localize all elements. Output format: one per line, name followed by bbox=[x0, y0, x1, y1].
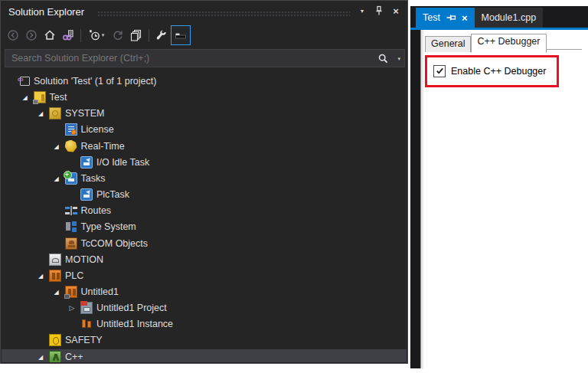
tab-module1-cpp[interactable]: Module1.cpp bbox=[475, 8, 544, 28]
tree-item-safety[interactable]: SAFETY bbox=[2, 332, 407, 348]
plc-instance-icon bbox=[80, 318, 93, 330]
expand-arrow[interactable]: ◢ bbox=[51, 284, 62, 300]
title-drag-texture bbox=[97, 11, 350, 18]
tree-item-untitled1[interactable]: ◢Untitled1 bbox=[2, 284, 407, 300]
tree-item-label: Routes bbox=[81, 203, 112, 219]
tc-project-icon bbox=[34, 91, 46, 103]
tab-label: Module1.cpp bbox=[482, 12, 537, 23]
tree-item-label: Real-Time bbox=[81, 139, 125, 155]
tree-item-label: SYSTEM bbox=[65, 106, 104, 122]
tree-item-label: MOTION bbox=[65, 252, 103, 268]
tree-item-system[interactable]: ◢SYSTEM bbox=[2, 106, 407, 122]
tree-item-label: PLC bbox=[65, 268, 83, 284]
toolbar-separator bbox=[80, 29, 81, 42]
plc-icon bbox=[49, 270, 61, 282]
task-icon bbox=[80, 188, 93, 201]
tree-item-plc[interactable]: ◢PLC bbox=[2, 268, 407, 284]
tree-item-label: Solution 'Test' (1 of 1 project) bbox=[34, 74, 156, 90]
tree-item-type-system[interactable]: Type System bbox=[2, 219, 407, 235]
search-box: ▾ bbox=[5, 49, 405, 67]
motion-icon bbox=[49, 254, 61, 266]
window-position-caret-icon[interactable]: ▼ bbox=[355, 4, 369, 18]
close-icon[interactable]: × bbox=[462, 13, 468, 23]
tree-item-c[interactable]: ◢C++ bbox=[2, 349, 407, 362]
solution-explorer-toolbar: ▾ bbox=[4, 24, 191, 47]
toolbar-separator bbox=[149, 29, 149, 42]
tree-item-label: Untitled1 Instance bbox=[96, 316, 173, 332]
license-icon bbox=[65, 123, 77, 136]
tree-item-label: Untitled1 bbox=[81, 284, 119, 300]
tree-item-motion[interactable]: MOTION bbox=[2, 252, 407, 268]
solution-explorer-panel: Solution Explorer ▼× ▾ ▾ Solution 'Test'… bbox=[0, 0, 408, 364]
expand-arrow[interactable]: ◢ bbox=[20, 90, 31, 106]
tree-item-label: PlcTask bbox=[96, 187, 129, 203]
close-icon[interactable]: × bbox=[389, 4, 403, 18]
tree-item-label: I/O Idle Task bbox=[96, 155, 149, 171]
tree-item-untitled1-project[interactable]: ▷Untitled1 Project bbox=[2, 300, 407, 316]
tab-c-debugger[interactable]: C++ Debugger bbox=[471, 34, 546, 53]
plus-badge-icon bbox=[64, 171, 72, 179]
expand-arrow[interactable]: ◢ bbox=[35, 349, 46, 362]
tree-item-label: Tasks bbox=[81, 171, 106, 187]
expand-arrow[interactable]: ◢ bbox=[51, 139, 62, 155]
expand-arrow[interactable]: ▷ bbox=[67, 300, 77, 316]
pin-icon[interactable] bbox=[446, 12, 456, 23]
tab-general[interactable]: General bbox=[425, 36, 471, 52]
panel-title: Solution Explorer bbox=[8, 6, 84, 18]
realtime-icon bbox=[65, 140, 77, 152]
pin-icon[interactable] bbox=[372, 4, 386, 18]
properties-icon[interactable] bbox=[152, 26, 171, 44]
task-icon bbox=[80, 156, 93, 169]
enable-cpp-debugger-checkbox[interactable] bbox=[433, 65, 446, 77]
tree-item-routes[interactable]: Routes bbox=[2, 203, 407, 219]
tree-item-real-time[interactable]: ◢Real-Time bbox=[2, 139, 407, 155]
tree-item-untitled1-instance[interactable]: Untitled1 Instance bbox=[2, 316, 407, 332]
solution-icon bbox=[20, 77, 30, 86]
document-tab-bar: Test×Module1.cpp bbox=[416, 8, 543, 28]
tree-item-tasks[interactable]: ◢Tasks bbox=[2, 171, 407, 187]
tree-item-test[interactable]: ◢Test bbox=[2, 90, 407, 106]
tree-item-label: License bbox=[81, 122, 114, 138]
search-input[interactable] bbox=[5, 50, 404, 67]
back-icon[interactable] bbox=[4, 26, 22, 44]
pending-changes-filter-icon[interactable]: ▾ bbox=[84, 26, 109, 44]
dropdown-caret-icon[interactable]: ▾ bbox=[102, 32, 105, 38]
tab-test[interactable]: Test× bbox=[416, 8, 475, 28]
document-content: GeneralC++ Debugger Enable C++ Debugger bbox=[420, 30, 588, 368]
refresh-icon[interactable] bbox=[109, 26, 127, 44]
search-options-caret-icon[interactable]: ▾ bbox=[397, 56, 400, 62]
cpp-icon bbox=[49, 351, 61, 362]
expand-arrow[interactable]: ◢ bbox=[51, 171, 62, 187]
tccom-icon bbox=[65, 237, 77, 250]
tasks-icon bbox=[65, 172, 77, 185]
tab-label: Test bbox=[423, 12, 440, 23]
tree-item-plctask[interactable]: PlcTask bbox=[2, 187, 407, 203]
forward-icon[interactable] bbox=[22, 26, 41, 44]
tree-item-license[interactable]: License bbox=[2, 122, 407, 138]
plc-project-icon bbox=[65, 286, 77, 298]
tree-item-label: Untitled1 Project bbox=[96, 300, 167, 316]
preview-selected-items-icon[interactable] bbox=[171, 25, 191, 45]
sync-with-active-document-icon[interactable] bbox=[59, 26, 77, 44]
system-icon bbox=[49, 107, 61, 119]
tree-item-label: Type System bbox=[81, 219, 136, 235]
expand-arrow[interactable]: ◢ bbox=[35, 268, 46, 284]
tree-item-solution-test-1-of-1-project[interactable]: Solution 'Test' (1 of 1 project) bbox=[2, 74, 407, 90]
tree-item-tccom-objects[interactable]: TcCOM Objects bbox=[2, 236, 407, 252]
highlight-red-box: Enable C++ Debugger bbox=[425, 55, 559, 87]
plc-doc-icon bbox=[80, 302, 93, 314]
tree-item-label: TcCOM Objects bbox=[81, 236, 149, 252]
collapse-all-icon[interactable] bbox=[127, 26, 145, 44]
enable-cpp-debugger-label: Enable C++ Debugger bbox=[451, 66, 546, 77]
panel-title-buttons: ▼× bbox=[355, 4, 403, 18]
expand-arrow[interactable]: ◢ bbox=[35, 106, 46, 122]
property-tab-bar: GeneralC++ Debugger bbox=[425, 33, 547, 52]
tree-item-label: SAFETY bbox=[65, 332, 103, 348]
routes-icon bbox=[65, 204, 77, 217]
solution-tree: Solution 'Test' (1 of 1 project)◢Test◢SY… bbox=[2, 71, 407, 362]
tree-item-label: C++ bbox=[65, 349, 83, 362]
home-icon[interactable] bbox=[41, 26, 59, 44]
tree-item-i-o-idle-task[interactable]: I/O Idle Task bbox=[2, 155, 407, 171]
type-system-icon bbox=[65, 221, 77, 233]
search-icon bbox=[377, 53, 389, 67]
